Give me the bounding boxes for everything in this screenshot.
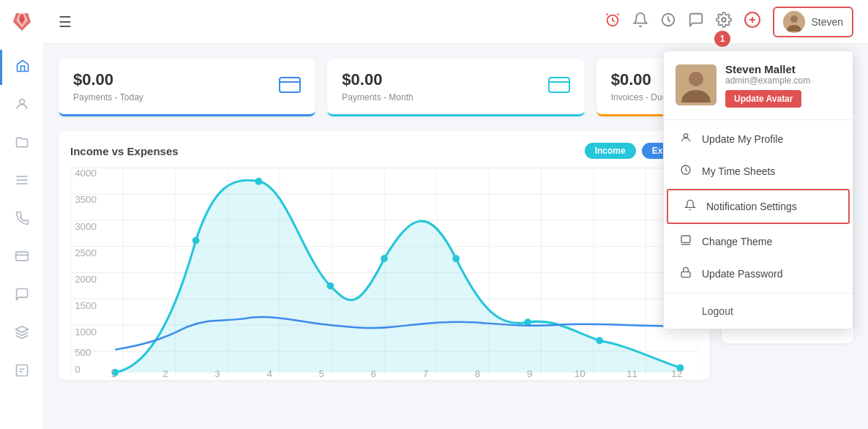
- svg-line-15: [613, 20, 615, 22]
- timer-icon[interactable]: [660, 12, 676, 31]
- chart-canvas: 4000 3500 3000 2500 2000 1500 1000 500 0: [70, 168, 698, 377]
- sidebar-item-files[interactable]: [0, 126, 43, 161]
- sidebar-item-calls[interactable]: [0, 202, 43, 237]
- user-icon: [15, 97, 29, 115]
- notification-settings-label: Notification Settings: [706, 201, 797, 212]
- stat-icon-today: [279, 75, 301, 98]
- dropdown-items: Update My Profile My Time Sheets Notific…: [664, 120, 853, 329]
- timesheet-icon: [678, 164, 693, 179]
- user-profile-button[interactable]: Steven: [773, 7, 853, 37]
- svg-text:8: 8: [475, 368, 480, 377]
- logout-label: Logout: [702, 305, 733, 317]
- chart-svg: 4000 3500 3000 2500 2000 1500 1000 500 0: [70, 168, 698, 377]
- svg-text:7: 7: [423, 368, 428, 377]
- stat-info-due: $0.00 Invoices - Due: [611, 70, 667, 102]
- sidebar-logo: [0, 0, 44, 44]
- sidebar-item-messages[interactable]: [0, 278, 43, 313]
- topbar-left: ☰: [59, 13, 72, 31]
- dropdown-item-change-theme[interactable]: Change Theme: [664, 225, 853, 258]
- dropdown-item-time-sheets[interactable]: My Time Sheets: [664, 155, 853, 187]
- sidebar-item-notifications[interactable]: [0, 354, 43, 389]
- avatar: [783, 11, 805, 33]
- layers-icon: [15, 325, 29, 343]
- sidebar-item-billing[interactable]: [0, 240, 43, 275]
- user-name-label: Steven: [811, 16, 843, 28]
- svg-text:5: 5: [319, 368, 324, 377]
- dropdown-item-notification-settings[interactable]: Notification Settings: [667, 189, 850, 224]
- bell-icon[interactable]: [632, 12, 648, 31]
- dropdown-item-logout[interactable]: Logout: [664, 296, 853, 326]
- svg-point-17: [722, 18, 727, 22]
- svg-point-53: [596, 337, 603, 344]
- svg-point-50: [381, 255, 388, 262]
- topbar-action-icons: [605, 11, 761, 32]
- svg-rect-30: [280, 78, 300, 92]
- dropdown-user-header: Steven Mallet admin@example.com Update A…: [664, 51, 853, 120]
- sidebar-item-layers[interactable]: [0, 316, 43, 351]
- svg-text:1500: 1500: [75, 300, 97, 311]
- folder-icon: [15, 135, 29, 153]
- add-circle-icon[interactable]: [744, 11, 761, 32]
- dropdown-username: Steven Mallet: [725, 63, 841, 75]
- svg-text:10: 10: [575, 368, 585, 377]
- svg-point-47: [192, 236, 200, 244]
- stat-amount-due: $0.00: [611, 70, 667, 89]
- avatar-image: [783, 11, 805, 33]
- stat-card-payments-month: $0.00 Payments - Month: [327, 59, 584, 116]
- svg-point-48: [255, 178, 262, 185]
- svg-point-24: [689, 72, 703, 86]
- svg-point-49: [327, 283, 334, 290]
- notification-icon: [683, 199, 697, 214]
- sidebar-navigation: [0, 50, 43, 389]
- svg-text:11: 11: [626, 368, 637, 377]
- svg-text:0: 0: [75, 364, 81, 375]
- stat-label-due: Invoices - Due: [611, 92, 667, 102]
- dropdown-divider: [664, 293, 853, 294]
- app-logo-icon: [10, 10, 34, 34]
- svg-text:6: 6: [371, 368, 376, 377]
- change-theme-label: Change Theme: [702, 236, 772, 247]
- svg-rect-10: [16, 365, 27, 376]
- svg-point-25: [684, 133, 687, 137]
- user-dropdown-menu: Steven Mallet admin@example.com Update A…: [663, 51, 853, 329]
- stat-amount-month: $0.00: [342, 70, 413, 89]
- svg-text:2000: 2000: [75, 274, 97, 285]
- dropdown-avatar: [676, 64, 717, 105]
- message-square-icon: [15, 363, 29, 381]
- svg-point-51: [452, 255, 460, 262]
- stat-icon-month: [548, 75, 570, 98]
- marker-1: 1: [714, 31, 730, 47]
- alarm-icon[interactable]: [605, 12, 621, 31]
- svg-marker-9: [15, 326, 28, 332]
- stat-card-payments-today: $0.00 Payments - Today: [59, 59, 315, 116]
- main-content: ☰: [44, 0, 868, 429]
- theme-icon: [678, 234, 693, 249]
- svg-point-22: [790, 15, 798, 23]
- svg-text:2: 2: [162, 368, 168, 377]
- message-icon[interactable]: [688, 12, 704, 31]
- svg-text:3000: 3000: [75, 220, 97, 231]
- stat-label-month: Payments - Month: [342, 92, 413, 102]
- sidebar-item-users[interactable]: [0, 88, 43, 123]
- dropdown-email: admin@example.com: [725, 75, 841, 86]
- settings-icon[interactable]: [716, 12, 732, 31]
- legend-income[interactable]: Income: [585, 143, 636, 159]
- update-avatar-button[interactable]: Update Avatar: [725, 90, 801, 108]
- svg-text:500: 500: [75, 347, 91, 358]
- dropdown-item-update-password[interactable]: Update Password: [664, 258, 853, 290]
- update-password-label: Update Password: [702, 268, 783, 280]
- svg-text:4: 4: [266, 368, 272, 377]
- sidebar-item-list[interactable]: [0, 164, 43, 199]
- svg-text:3: 3: [214, 368, 220, 377]
- income-expense-chart: Income vs Expenses Income Expense: [59, 131, 710, 380]
- hamburger-button[interactable]: ☰: [59, 13, 72, 31]
- svg-text:1: 1: [111, 368, 116, 377]
- chart-header: Income vs Expenses Income Expense: [70, 143, 698, 159]
- stat-label-today: Payments - Today: [73, 92, 143, 102]
- dropdown-item-update-profile[interactable]: Update My Profile: [664, 123, 853, 155]
- update-profile-label: Update My Profile: [702, 133, 783, 145]
- dropdown-user-info: Steven Mallet admin@example.com Update A…: [725, 63, 841, 108]
- topbar-right: Steven Steven Mallet admin@example.com: [605, 7, 853, 37]
- lock-icon: [678, 266, 693, 281]
- sidebar-item-home[interactable]: [0, 50, 43, 85]
